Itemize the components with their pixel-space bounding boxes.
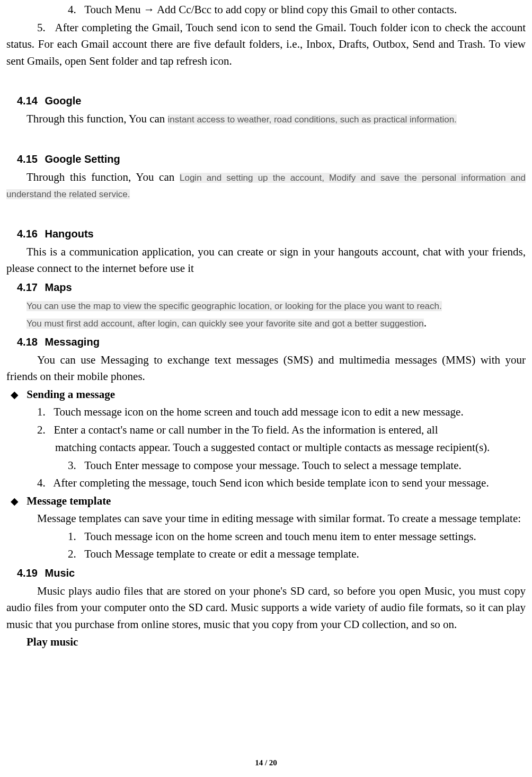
list-text: Touch message icon on the home screen an… (84, 530, 476, 543)
section-heading-music: 4.19 Music (17, 565, 526, 581)
list-text: After completing the message, touch Send… (53, 476, 489, 489)
section-heading-messaging: 4.18 Messaging (17, 334, 526, 350)
text-fragment: Add Cc/Bcc to add copy or blind copy thi… (155, 3, 457, 16)
section-number: 4.19 (17, 567, 38, 579)
section-title: Messaging (45, 336, 100, 348)
highlighted-text: instant access to weather, road conditio… (168, 114, 457, 125)
paragraph: You can use the map to view the specific… (26, 297, 526, 314)
list-number: 1. (37, 404, 46, 421)
list-number: 5. (37, 20, 46, 37)
list-item: 3. Touch Enter message to compose your m… (6, 457, 526, 474)
list-item: 2. Touch Message template to create or e… (6, 546, 526, 563)
bullet-heading: ◆ Message template (6, 493, 526, 510)
section-heading-hangouts: 4.16 Hangouts (17, 226, 526, 242)
list-item: 1. Touch message icon on the home screen… (6, 404, 526, 421)
text-fragment: Touch Menu (84, 3, 144, 16)
list-number: 4. (37, 475, 46, 492)
list-number: 4. (37, 2, 76, 19)
list-number: 2. (37, 422, 46, 439)
paragraph: Through this function, You can instant a… (6, 111, 526, 128)
highlighted-text: You must first add account, after login,… (26, 319, 424, 329)
section-heading-google: 4.14 Google (17, 93, 526, 109)
list-text: After completing the Gmail, Touch send i… (6, 21, 526, 67)
list-item: 4. After completing the message, touch S… (6, 475, 526, 492)
diamond-icon: ◆ (11, 387, 19, 403)
page-footer: 14 / 20 (0, 757, 532, 769)
list-text: Touch message icon on the home screen an… (54, 405, 464, 418)
list-text: Touch Message template to create or edit… (84, 548, 359, 560)
list-number: 2. (37, 546, 76, 563)
section-number: 4.17 (17, 281, 38, 293)
section-title: Music (45, 567, 75, 579)
list-text: Enter a contact's name or call number in… (54, 423, 438, 436)
section-heading-maps: 4.17 Maps (17, 279, 526, 295)
bullet-title: Sending a message (26, 388, 115, 401)
bullet-heading: ◆ Sending a message (6, 386, 526, 403)
list-item: 2. Enter a contact's name or call number… (37, 422, 526, 439)
section-number: 4.15 (17, 153, 38, 165)
list-item: 4. Touch Menu → Add Cc/Bcc to add copy o… (6, 1, 526, 19)
section-heading-google-setting: 4.15 Google Setting (17, 151, 526, 167)
section-title: Google Setting (45, 153, 120, 165)
highlighted-text: You can use the map to view the specific… (26, 301, 442, 311)
bullet-title: Message template (26, 495, 111, 507)
section-number: 4.14 (17, 95, 38, 107)
paragraph: This is a communication application, you… (6, 244, 526, 277)
section-title: Hangouts (45, 228, 94, 240)
paragraph: You can use Messaging to exchange text m… (6, 352, 526, 385)
paragraph: Through this function, You can Login and… (6, 169, 526, 202)
list-number: 3. (37, 457, 76, 474)
document-page: 4. Touch Menu → Add Cc/Bcc to add copy o… (0, 1, 532, 777)
list-text: Touch Menu → Add Cc/Bcc to add copy or b… (84, 3, 457, 16)
paragraph: Music plays audio files that are stored … (6, 583, 526, 633)
diamond-icon: ◆ (11, 494, 19, 509)
list-text: Touch Enter message to compose your mess… (84, 459, 462, 472)
text-lead: Through this function, You can (26, 171, 180, 183)
list-number: 1. (37, 528, 76, 545)
text-fragment: . (424, 316, 427, 329)
text-lead: Through this function, You can (26, 112, 168, 125)
list-continuation: matching contacts appear. Touch a sugges… (6, 439, 526, 456)
list-item: 1. Touch message icon on the home screen… (6, 528, 526, 545)
paragraph: Message templates can save your time in … (6, 510, 526, 527)
paragraph: You must first add account, after login,… (26, 315, 526, 332)
section-title: Google (45, 95, 82, 107)
section-number: 4.18 (17, 336, 38, 348)
arrow-icon: → (144, 3, 155, 15)
section-title: Maps (45, 281, 72, 293)
section-number: 4.16 (17, 228, 38, 240)
list-item: 5. After completing the Gmail, Touch sen… (6, 20, 526, 70)
sub-heading: Play music (26, 634, 526, 651)
